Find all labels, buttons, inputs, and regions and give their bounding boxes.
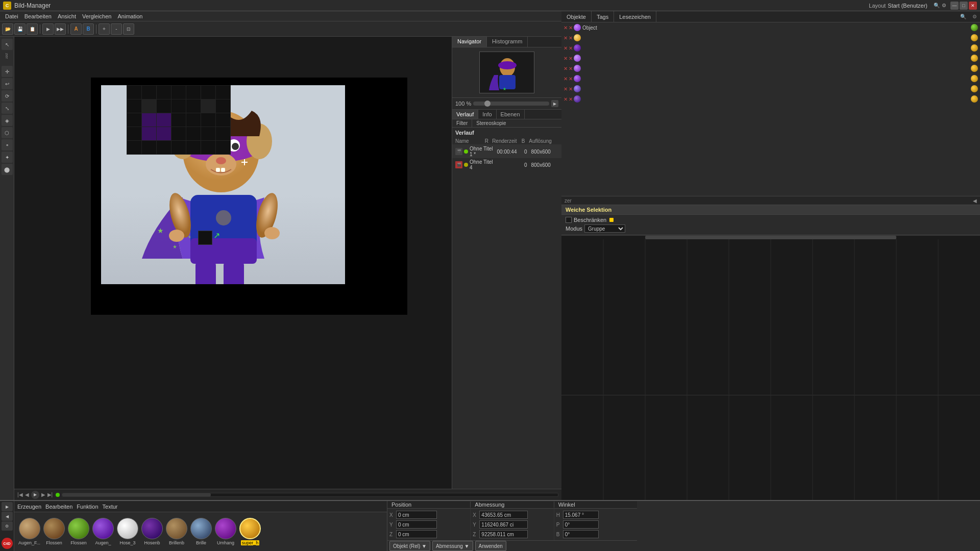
objekt-rel-btn[interactable]: Objekt (Rel) ▼ [389,541,430,551]
material-flossen1[interactable]: Flossen [43,518,65,545]
anim-start-btn[interactable]: |◀ [17,492,23,497]
tb-copy[interactable]: 📋 [27,23,38,35]
tab-tags[interactable]: Tags [592,11,614,22]
tb-zoom-out[interactable]: - [111,23,122,35]
tab-ebenen[interactable]: Ebenen [497,110,525,119]
winkel-header: Winkel [554,502,637,508]
tb-render[interactable]: ▶ [42,23,54,35]
material-augen2[interactable]: Augen_ [92,518,114,545]
material-superh[interactable]: super_h [239,518,261,545]
modus-label: Modus [566,226,582,232]
dim-x-input[interactable] [479,511,528,519]
tab-objekte[interactable]: Objekte [561,11,592,22]
svg-text:★: ★ [503,87,506,91]
tb-zoom-in[interactable]: + [99,23,110,35]
obj-item-5[interactable]: ✕ ✕ [561,63,980,73]
tab-histogramm[interactable]: Histogramm [487,37,528,47]
menu-bearbeiten-mat[interactable]: Bearbeiten [45,504,72,510]
verlauf-row-2[interactable]: 🎬 Ohne Titel 4 0 800x600 [452,158,561,171]
obj-item-2[interactable]: ✕ ✕ [561,33,980,43]
zoom-slider[interactable] [484,101,491,107]
menu-vergleichen[interactable]: Vergleichen [79,13,115,19]
pos-z-input[interactable] [396,530,437,538]
menu-textur[interactable]: Textur [103,504,118,510]
material-hose3[interactable]: Hose_3 [117,518,138,545]
anim-play-btn[interactable]: ▶ [31,491,39,499]
menu-ansicht[interactable]: Ansicht [55,13,79,19]
gear-icon-right[interactable]: ⚙ [969,11,980,22]
subtab-stereo[interactable]: Stereoskopie [472,119,510,127]
dim-z-input[interactable] [479,530,528,538]
abmessung-btn[interactable]: Abmessung ▼ [432,541,473,551]
search-icon[interactable]: 🔍 [934,3,940,8]
maximize-button[interactable]: □ [960,2,968,10]
obj-item-7[interactable]: ✕ ✕ [561,84,980,94]
angle-p-input[interactable] [563,520,599,529]
obj-item-3[interactable]: ✕ ✕ [561,43,980,53]
pos-x-label: X [389,512,395,518]
obj-item-4[interactable]: ✕ ✕ [561,53,980,63]
anim-timeline-track[interactable] [62,493,558,497]
angle-b-input[interactable] [563,530,599,538]
tool-move[interactable]: ✛ [2,66,13,77]
angle-h-input[interactable] [563,511,599,519]
tool-r6[interactable]: ⚬ [2,139,13,151]
verlauf-row-1[interactable]: 🎬 Ohne Titel 1 * 00:00:44 0 800x600 [452,145,561,158]
tool-r3[interactable]: ⤡ [2,103,13,114]
tool-r4[interactable]: ◈ [2,115,13,126]
tb-fit[interactable]: ⊡ [123,23,134,35]
modus-dropdown[interactable]: Gruppe [584,224,625,233]
material-hosenb[interactable]: Hosenb [141,518,163,545]
tab-verlauf[interactable]: Verlauf [452,110,478,119]
anim-next-btn[interactable]: ▶ [41,492,45,497]
tab-lesezeichen[interactable]: Lesezeichen [614,11,656,22]
tool-r1[interactable]: ↩ [2,78,13,89]
bl-btn-3[interactable]: ⚙ [2,521,13,531]
zoom-expand-btn[interactable]: ▶ [551,100,558,107]
pos-y-input[interactable] [396,520,437,529]
tool-r7[interactable]: ✦ [2,152,13,163]
menu-erzeugen[interactable]: Erzeugen [17,504,41,510]
bl-btn-2[interactable]: ◀ [2,512,13,521]
arrow-left-btn[interactable]: ◀ [973,198,977,204]
material-augen[interactable]: Augen_F... [18,518,40,545]
menu-funktion[interactable]: Funktion [77,504,98,510]
tool-select[interactable]: ↖ [2,39,13,50]
beschranken-checkbox[interactable] [566,217,572,223]
menu-bearbeiten[interactable]: Bearbeiten [21,13,55,19]
menu-datei[interactable]: Datei [2,13,21,19]
navigator-panel: Navigator Histogramm ★ [452,37,561,540]
material-brille[interactable]: Brille [190,518,212,545]
subtab-filter[interactable]: Filter [452,119,472,127]
material-flossen2[interactable]: Flossen [68,518,89,545]
bl-btn-1[interactable]: ▶ [2,502,13,511]
anim-prev-btn[interactable]: ◀ [25,492,29,497]
tb-a[interactable]: A [70,23,82,35]
tool-r8[interactable]: ⬤ [2,164,13,175]
tb-render2[interactable]: ▶▶ [55,23,66,35]
search-icon-right[interactable]: 🔍 [957,11,969,22]
anim-end-btn[interactable]: ▶| [47,492,53,497]
pos-x-input[interactable] [396,511,437,519]
tb-open[interactable]: 📂 [2,23,13,35]
weiche-panel: Weiche Selektion Beschränken Modus Grupp… [561,205,980,235]
obj-item-8[interactable]: ✕ ✕ [561,94,980,104]
tab-info[interactable]: Info [478,110,496,119]
obj-item-1[interactable]: ✕ ✕ Object [561,22,980,33]
svg-text:★: ★ [173,244,177,249]
tb-b[interactable]: B [83,23,94,35]
anwenden-btn[interactable]: Anwenden [475,541,506,551]
menu-animation[interactable]: Animation [114,13,145,19]
gear-icon[interactable]: ⚙ [942,3,946,8]
minimize-button[interactable]: — [950,2,959,10]
layout-value[interactable]: Start (Benutzer) [888,3,927,9]
close-button[interactable]: ✕ [969,2,977,10]
dim-y-input[interactable] [479,520,528,529]
material-brillenb[interactable]: Brillenb [166,518,187,545]
obj-item-6[interactable]: ✕ ✕ [561,73,980,84]
tool-r2[interactable]: ⟳ [2,90,13,102]
tb-save[interactable]: 💾 [14,23,26,35]
tool-r5[interactable]: ⬡ [2,127,13,138]
tab-navigator[interactable]: Navigator [452,37,487,47]
material-umhang[interactable]: Umhang [215,518,236,545]
